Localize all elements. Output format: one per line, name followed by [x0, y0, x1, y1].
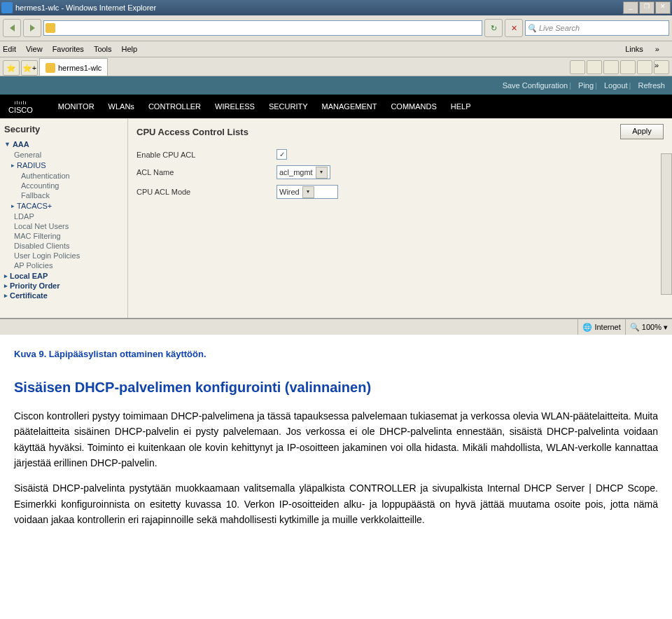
globe-icon: 🌐 — [582, 323, 592, 332]
page-menu-button[interactable] — [620, 60, 636, 74]
doc-heading: Sisäisen DHCP-palvelimen konfigurointi (… — [14, 376, 658, 398]
sidebar-item-ldap[interactable]: LDAP — [4, 211, 123, 221]
cisco-nav: ılıılı CISCO MONITOR WLANs CONTROLLER WI… — [0, 95, 672, 118]
chevron-right-icon: ▸ — [4, 292, 8, 299]
menu-help[interactable]: Help — [122, 45, 138, 53]
sidebar-title: Security — [4, 124, 123, 134]
enable-cpu-acl-label: Enable CPU ACL — [136, 151, 276, 159]
chevron-right-icon: ▸ — [4, 282, 8, 289]
sidebar-item-tacacs[interactable]: ▸TACACS+ — [4, 202, 123, 210]
ie-icon — [1, 2, 13, 13]
chevron-button[interactable]: » — [654, 60, 669, 74]
refresh-button[interactable]: ↻ — [484, 19, 503, 37]
close-button[interactable]: ✕ — [655, 1, 671, 14]
logout-link[interactable]: Logout — [604, 81, 628, 90]
tab-favicon — [46, 63, 55, 73]
nav-controller[interactable]: CONTROLLER — [148, 102, 201, 111]
refresh-link[interactable]: Refresh — [638, 81, 665, 90]
window-titlebar: hermes1-wlc - Windows Internet Explorer … — [0, 0, 672, 15]
cisco-top-bar: Save Configuration| Ping| Logout| Refres… — [0, 76, 672, 95]
cpu-acl-mode-label: CPU ACL Mode — [136, 188, 276, 196]
sidebar-item-fallback[interactable]: Fallback — [4, 190, 123, 200]
sidebar-item-disabled-clients[interactable]: Disabled Clients — [4, 241, 123, 251]
forward-button[interactable] — [23, 19, 41, 37]
nav-monitor[interactable]: MONITOR — [58, 102, 94, 111]
print-button[interactable] — [603, 60, 619, 74]
browser-tab[interactable]: hermes1-wlc — [39, 58, 108, 76]
sidebar-item-authentication[interactable]: Authentication — [4, 171, 123, 181]
vertical-scrollbar[interactable] — [661, 153, 672, 295]
zone-indicator: 🌐 Internet — [578, 319, 624, 335]
chevron-down-icon: ▾ — [302, 186, 314, 198]
stop-button[interactable]: ✕ — [505, 19, 523, 37]
address-bar[interactable] — [43, 20, 482, 36]
tools-menu-button[interactable] — [637, 60, 652, 74]
menu-edit[interactable]: Edit — [3, 45, 16, 53]
chevron-right-icon: ▸ — [11, 162, 15, 169]
sidebar-item-local-eap[interactable]: ▸Local EAP — [4, 272, 123, 280]
nav-wireless[interactable]: WIRELESS — [215, 102, 255, 111]
figure-caption: Kuva 9. Läpipääsylistan ottaminen käyttö… — [14, 347, 658, 362]
acl-name-select[interactable]: acl_mgmt▾ — [276, 165, 330, 179]
zoom-indicator[interactable]: 🔍 100% ▾ — [625, 319, 672, 335]
minimize-button[interactable]: _ — [623, 1, 638, 14]
window-title: hermes1-wlc - Windows Internet Explorer — [15, 4, 623, 12]
sidebar-item-mac-filtering[interactable]: MAC Filtering — [4, 231, 123, 241]
chevron-down-icon: ▼ — [4, 141, 10, 148]
content-area: Security ▼AAA General ▸RADIUS Authentica… — [0, 118, 672, 319]
back-button[interactable] — [3, 19, 21, 37]
favorites-star-button[interactable]: ⭐ — [3, 60, 20, 76]
apply-button[interactable]: Apply — [620, 124, 664, 139]
sidebar-item-user-login-policies[interactable]: User Login Policies — [4, 251, 123, 260]
page-title: CPU Access Control Lists — [136, 127, 248, 137]
ping-link[interactable]: Ping — [578, 81, 594, 90]
chevron-right-icon: ▸ — [4, 272, 8, 279]
page-favicon — [46, 23, 55, 33]
doc-paragraph-2: Sisäistä DHCP-palvelinta pystytään muokk… — [14, 480, 658, 527]
zoom-icon: 🔍 — [630, 323, 640, 332]
nav-toolbar: ↻ ✕ 🔍Live Search — [0, 15, 672, 41]
enable-cpu-acl-checkbox[interactable]: ✓ — [276, 149, 287, 160]
home-button[interactable] — [570, 60, 585, 74]
feeds-button[interactable] — [587, 60, 602, 74]
arrow-right-icon — [30, 25, 35, 32]
main-panel: CPU Access Control Lists Apply Enable CP… — [128, 118, 672, 318]
menu-tools[interactable]: Tools — [94, 45, 112, 53]
tab-bar: ⭐ ⭐+ hermes1-wlc » — [0, 57, 672, 76]
restore-button[interactable]: ❐ — [639, 1, 654, 14]
arrow-left-icon — [10, 25, 15, 32]
sidebar-item-general[interactable]: General — [4, 150, 123, 160]
links-toolbar[interactable]: Links » — [625, 45, 659, 53]
chevron-down-icon: ▾ — [316, 167, 328, 179]
sidebar-item-aaa[interactable]: ▼AAA — [4, 140, 123, 148]
nav-security[interactable]: SECURITY — [269, 102, 308, 111]
search-placeholder: Live Search — [539, 24, 580, 32]
cisco-logo: ılıılı CISCO — [8, 99, 33, 113]
tab-title: hermes1-wlc — [58, 64, 102, 72]
sidebar: Security ▼AAA General ▸RADIUS Authentica… — [0, 118, 128, 318]
nav-help[interactable]: HELP — [451, 102, 471, 111]
cpu-acl-mode-select[interactable]: Wired▾ — [276, 185, 338, 199]
search-input[interactable]: 🔍Live Search — [525, 20, 669, 36]
menu-view[interactable]: View — [26, 45, 43, 53]
search-icon: 🔍 — [527, 24, 537, 33]
sidebar-item-ap-policies[interactable]: AP Policies — [4, 260, 123, 270]
sidebar-item-local-net-users[interactable]: Local Net Users — [4, 221, 123, 231]
acl-name-label: ACL Name — [136, 168, 276, 176]
nav-management[interactable]: MANAGEMENT — [322, 102, 377, 111]
nav-wlans[interactable]: WLANs — [108, 102, 134, 111]
sidebar-item-priority-order[interactable]: ▸Priority Order — [4, 281, 123, 290]
chevron-right-icon: ▸ — [11, 202, 15, 209]
document-body: Kuva 9. Läpipääsylistan ottaminen käyttö… — [0, 335, 672, 545]
window-buttons: _ ❐ ✕ — [623, 1, 671, 14]
sidebar-item-certificate[interactable]: ▸Certificate — [4, 291, 123, 300]
sidebar-item-accounting[interactable]: Accounting — [4, 181, 123, 190]
sidebar-item-radius[interactable]: ▸RADIUS — [4, 161, 123, 169]
status-bar: 🌐 Internet 🔍 100% ▾ — [0, 319, 672, 335]
save-config-link[interactable]: Save Configuration — [503, 81, 568, 90]
nav-commands[interactable]: COMMANDS — [391, 102, 436, 111]
menu-bar: Edit View Favorites Tools Help Links » — [0, 41, 672, 57]
add-favorite-button[interactable]: ⭐+ — [21, 60, 38, 76]
menu-favorites[interactable]: Favorites — [52, 45, 84, 53]
doc-paragraph-1: Ciscon kontrolleri pystyy toimimaan DHCP… — [14, 408, 658, 471]
